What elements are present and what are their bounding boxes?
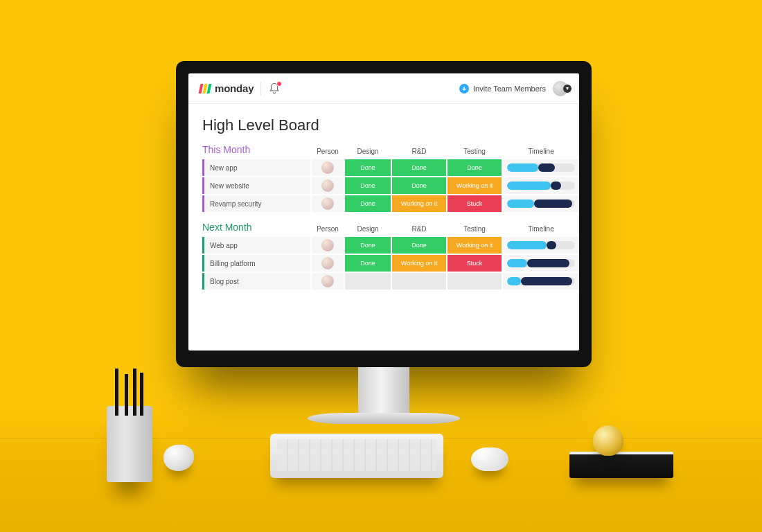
- status-cell[interactable]: Done: [345, 177, 391, 194]
- status-cell[interactable]: Done: [345, 255, 391, 272]
- column-header-rd[interactable]: R&D: [392, 148, 446, 158]
- person-cell[interactable]: [312, 177, 344, 194]
- person-avatar-icon: [321, 161, 334, 174]
- timeline-cell[interactable]: [503, 159, 579, 176]
- timeline-cell[interactable]: [503, 255, 579, 272]
- person-avatar-icon: [321, 179, 334, 192]
- app-screen: monday + Invite Team Members ▾ High Leve…: [188, 73, 579, 351]
- group-header: This MonthPersonDesignR&DTestingTimeline…: [202, 144, 565, 158]
- app-header: monday + Invite Team Members ▾: [188, 73, 579, 104]
- status-cell[interactable]: [345, 273, 391, 290]
- column-header-person[interactable]: Person: [312, 148, 344, 158]
- status-cell[interactable]: Done: [345, 237, 391, 254]
- status-cell[interactable]: Done: [392, 159, 446, 176]
- timeline-bar-primary: [507, 241, 547, 249]
- timeline-bar-secondary: [538, 163, 555, 172]
- task-name-cell[interactable]: New app: [202, 159, 310, 176]
- timeline-bar-secondary: [551, 181, 562, 190]
- notification-dot-icon: [276, 81, 282, 87]
- notifications-button[interactable]: [268, 82, 281, 95]
- column-header-timeline[interactable]: Timeline: [503, 148, 579, 158]
- table-row: Web appDoneDoneWorking on it: [202, 237, 565, 254]
- notebook-prop: [569, 452, 673, 478]
- status-cell[interactable]: Working on it: [392, 195, 446, 212]
- monitor-frame: monday + Invite Team Members ▾ High Leve…: [176, 61, 592, 367]
- status-cell[interactable]: Working on it: [392, 255, 446, 272]
- status-cell[interactable]: Done: [392, 237, 446, 254]
- column-header-rd[interactable]: R&D: [392, 225, 446, 236]
- plus-circle-icon: +: [459, 84, 469, 94]
- timeline-track: [507, 277, 575, 285]
- status-cell[interactable]: Stuck: [448, 255, 502, 272]
- table-row: Revamp securityDoneWorking on itStuck: [202, 195, 565, 212]
- user-avatar[interactable]: ▾: [553, 81, 568, 96]
- status-cell[interactable]: [392, 273, 446, 290]
- task-name-cell[interactable]: Blog post: [202, 273, 310, 290]
- pencil-cup-prop: [107, 406, 152, 482]
- column-header-testing[interactable]: Testing: [448, 148, 502, 158]
- timeline-bar-primary: [507, 259, 527, 267]
- column-header-timeline[interactable]: Timeline: [503, 225, 579, 236]
- timeline-bar-secondary: [547, 241, 556, 249]
- table-row: New websiteDoneDoneWorking on it: [202, 177, 565, 194]
- timeline-track: [507, 200, 575, 208]
- timeline-bar-primary: [507, 277, 521, 285]
- group-green: Next MonthPersonDesignR&DTestingTimeline…: [202, 222, 565, 290]
- person-cell[interactable]: [312, 159, 344, 176]
- timeline-bar-secondary: [534, 200, 572, 208]
- person-avatar-icon: [321, 239, 334, 251]
- timeline-cell[interactable]: [503, 177, 579, 194]
- status-cell[interactable]: Working on it: [448, 177, 502, 194]
- brand-name: monday: [215, 82, 254, 94]
- person-avatar-icon: [321, 257, 334, 269]
- table-row: Blog post: [202, 273, 565, 290]
- invite-members-button[interactable]: + Invite Team Members: [459, 84, 546, 94]
- brand-logo[interactable]: monday: [200, 82, 254, 94]
- board-title: High Level Board: [202, 116, 565, 134]
- column-header-person[interactable]: Person: [312, 225, 344, 236]
- timeline-track: [507, 241, 575, 249]
- board-body: High Level Board This MonthPersonDesignR…: [188, 104, 579, 305]
- task-name-cell[interactable]: Web app: [202, 237, 310, 254]
- task-name-cell[interactable]: Billing platform: [202, 255, 310, 272]
- status-cell[interactable]: [448, 273, 502, 290]
- timeline-bar-primary: [507, 163, 538, 172]
- brand-logo-icon: [199, 84, 212, 94]
- table-row: Billing platformDoneWorking on itStuck: [202, 255, 565, 272]
- timeline-bar-primary: [507, 200, 534, 208]
- timeline-bar-secondary: [527, 259, 569, 267]
- group-title[interactable]: This Month: [202, 144, 310, 158]
- status-cell[interactable]: Done: [392, 177, 446, 194]
- group-header: Next MonthPersonDesignR&DTestingTimeline…: [202, 222, 565, 236]
- status-cell[interactable]: Done: [345, 195, 391, 212]
- status-cell[interactable]: Done: [345, 159, 391, 176]
- monitor-stand: [358, 367, 409, 416]
- table-row: New appDoneDoneDone: [202, 159, 565, 176]
- timeline-track: [507, 181, 575, 190]
- person-cell[interactable]: [312, 195, 344, 212]
- task-name-cell[interactable]: New website: [202, 177, 310, 194]
- person-avatar-icon: [321, 275, 334, 287]
- column-header-testing[interactable]: Testing: [448, 225, 502, 236]
- group-title[interactable]: Next Month: [202, 222, 310, 236]
- status-cell[interactable]: Done: [448, 159, 502, 176]
- timeline-cell[interactable]: [503, 237, 579, 254]
- status-cell[interactable]: Stuck: [448, 195, 502, 212]
- invite-label: Invite Team Members: [473, 85, 546, 93]
- timeline-bar-primary: [507, 181, 551, 190]
- keyboard-prop: [270, 434, 443, 478]
- timeline-bar-secondary: [521, 277, 572, 285]
- person-cell[interactable]: [312, 273, 344, 290]
- status-cell[interactable]: Working on it: [448, 237, 502, 254]
- timeline-cell[interactable]: [503, 273, 579, 290]
- timeline-cell[interactable]: [503, 195, 579, 212]
- column-header-design[interactable]: Design: [345, 225, 391, 236]
- column-header-design[interactable]: Design: [345, 148, 391, 158]
- person-cell[interactable]: [312, 237, 344, 254]
- person-cell[interactable]: [312, 255, 344, 272]
- timeline-track: [507, 259, 575, 267]
- group-purple: This MonthPersonDesignR&DTestingTimeline…: [202, 144, 565, 212]
- person-avatar-icon: [321, 197, 334, 210]
- header-divider: [260, 82, 261, 96]
- task-name-cell[interactable]: Revamp security: [202, 195, 310, 212]
